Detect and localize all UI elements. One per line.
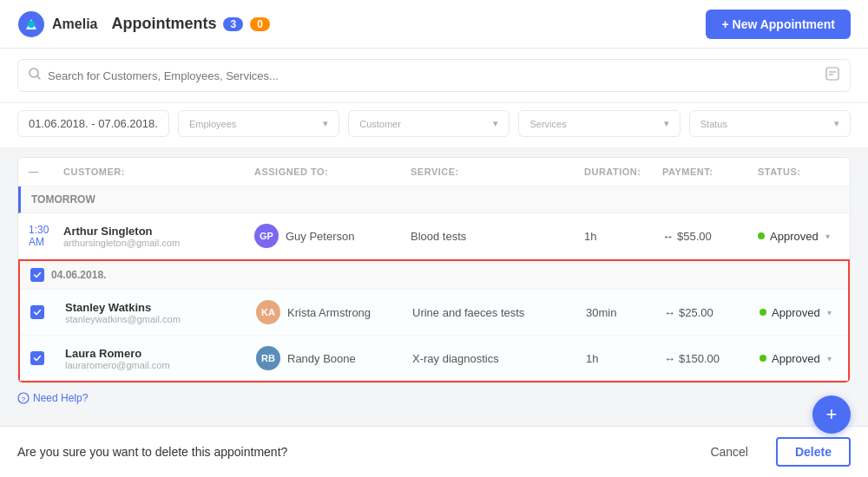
- svg-line-4: [37, 76, 40, 79]
- payment: ↔ $150.00: [664, 352, 760, 365]
- assigned-cell: RB Randy Boone: [256, 346, 412, 370]
- cancel-button[interactable]: Cancel: [696, 438, 762, 466]
- row-checkbox[interactable]: [30, 351, 44, 365]
- filters-bar: 01.06.2018. - 07.06.2018. Employees ▾ Cu…: [0, 103, 868, 148]
- employees-filter[interactable]: Employees ▾: [178, 110, 339, 137]
- duration: 1h: [586, 352, 664, 365]
- duration: 30min: [586, 306, 664, 319]
- duration: 1h: [584, 230, 662, 243]
- new-appointment-button[interactable]: + New Appointment: [706, 10, 851, 39]
- status-dot: [760, 309, 766, 316]
- service-name: X-ray diagnostics: [412, 352, 586, 365]
- logo-icon: [17, 10, 45, 38]
- payment: ↔ $25.00: [664, 306, 760, 319]
- payment-icon: ↔: [664, 352, 675, 365]
- logo: Amelia: [17, 10, 97, 38]
- payment-icon: ↔: [662, 230, 674, 243]
- service-name: Blood tests: [411, 230, 584, 243]
- logo-text: Amelia: [52, 16, 97, 32]
- search-input[interactable]: [48, 69, 824, 82]
- status-arrow: ▾: [827, 308, 832, 317]
- col-payment: PAYMENT:: [662, 167, 758, 177]
- col-service: SERVICE:: [411, 167, 584, 177]
- avatar: RB: [256, 346, 280, 370]
- status-cell: Approved ▾: [758, 230, 851, 243]
- status-text: Approved: [770, 230, 819, 243]
- svg-text:?: ?: [22, 395, 26, 403]
- appointment-pending-badge: 0: [250, 17, 270, 31]
- status-text: Approved: [772, 306, 820, 319]
- status-filter[interactable]: Status ▾: [689, 110, 851, 137]
- page-title: Appointments 3 0: [111, 15, 269, 33]
- avatar: GP: [254, 224, 279, 248]
- row-checkbox[interactable]: [30, 305, 44, 319]
- delete-button[interactable]: Delete: [776, 437, 851, 467]
- customer-name: Laura Romero: [65, 347, 256, 360]
- chevron-down-icon: ▾: [323, 118, 328, 129]
- svg-rect-5: [826, 68, 838, 80]
- help-icon: ?: [17, 392, 30, 404]
- customer-email: arthursingleton@gmail.com: [63, 238, 254, 248]
- delete-confirmation-bar: Are you sure you want to delete this app…: [0, 426, 868, 477]
- customer-email: stanleywatkins@gmail.com: [65, 314, 256, 324]
- appointments-table: — CUSTOMER: ASSIGNED TO: SERVICE: DURATI…: [17, 157, 851, 383]
- page-title-text: Appointments: [111, 15, 216, 33]
- services-filter[interactable]: Services ▾: [518, 110, 680, 137]
- table-row: 1:30 AM Arthur Singleton arthursingleton…: [18, 213, 850, 259]
- date-range-filter[interactable]: 01.06.2018. - 07.06.2018.: [17, 110, 169, 137]
- need-help-link[interactable]: ? Need Help?: [0, 383, 868, 413]
- table-row: Stanley Watkins stanleywatkins@gmail.com…: [20, 290, 848, 336]
- fab-button[interactable]: +: [812, 395, 851, 434]
- appointment-count-badge: 3: [223, 17, 243, 31]
- chevron-down-icon: ▾: [493, 118, 498, 129]
- status-dot: [758, 232, 765, 239]
- status-dot: [760, 355, 766, 362]
- customer-email: lauraromero@gmail.com: [65, 360, 256, 370]
- col-checkbox: —: [29, 167, 63, 177]
- assigned-name: Krista Armstrong: [287, 306, 371, 319]
- customer-name: Stanley Watkins: [65, 301, 256, 314]
- chevron-down-icon: ▾: [834, 118, 839, 129]
- col-duration: DURATION:: [584, 167, 662, 177]
- table-header: — CUSTOMER: ASSIGNED TO: SERVICE: DURATI…: [18, 158, 850, 186]
- col-customer: CUSTOMER:: [63, 167, 254, 177]
- status-cell: Approved ▾: [760, 306, 851, 319]
- confirm-text: Are you sure you want to delete this app…: [17, 445, 682, 459]
- status-text: Approved: [772, 352, 820, 365]
- status-cell: Approved ▾: [760, 352, 851, 365]
- search-bar: [0, 49, 868, 103]
- export-icon[interactable]: [825, 67, 839, 84]
- table-row: Laura Romero lauraromero@gmail.com RB Ra…: [20, 336, 848, 381]
- customer-filter[interactable]: Customer ▾: [348, 110, 510, 137]
- section-tomorrow: TOMORROW: [18, 186, 850, 213]
- customer-name: Arthur Singleton: [63, 225, 254, 238]
- row-time: 1:30 AM: [29, 224, 63, 248]
- payment-icon: ↔: [664, 306, 675, 319]
- col-status: STATUS:: [758, 167, 851, 177]
- search-icon: [29, 68, 41, 83]
- col-assigned: ASSIGNED TO:: [254, 167, 411, 177]
- service-name: Urine and faeces tests: [412, 306, 586, 319]
- svg-point-2: [28, 21, 35, 28]
- avatar: KA: [256, 300, 280, 324]
- selected-section: 04.06.2018. Stanley Watkins stanleywatki…: [18, 259, 850, 382]
- chevron-down-icon: ▾: [664, 118, 669, 129]
- assigned-name: Randy Boone: [287, 352, 356, 365]
- assigned-name: Guy Peterson: [286, 230, 355, 243]
- status-arrow: ▾: [827, 354, 832, 363]
- section-checkbox[interactable]: [30, 268, 44, 282]
- payment: ↔ $55.00: [662, 230, 758, 243]
- assigned-cell: GP Guy Peterson: [254, 224, 411, 248]
- status-arrow: ▾: [825, 232, 830, 241]
- section-date: 04.06.2018.: [20, 261, 848, 290]
- assigned-cell: KA Krista Armstrong: [256, 300, 412, 324]
